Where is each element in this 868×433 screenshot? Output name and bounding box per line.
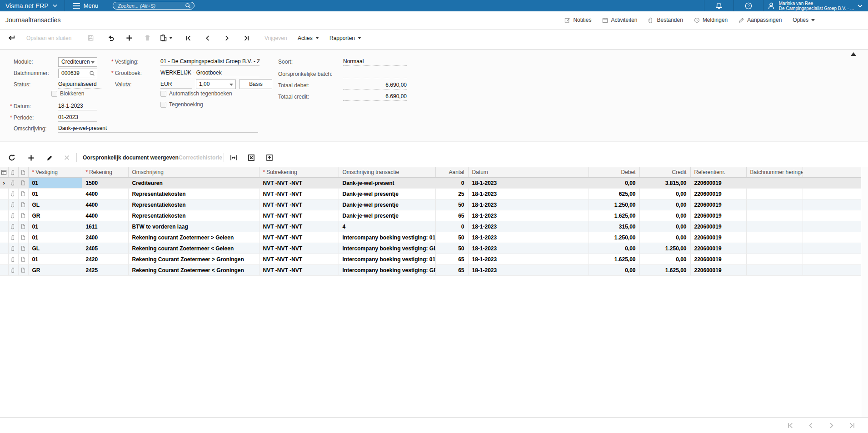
- cell-subrekening[interactable]: NVT -NVT -NVT: [259, 221, 339, 232]
- row-document-icon-cell[interactable]: [18, 265, 28, 276]
- cell-aantal[interactable]: 65: [435, 210, 468, 221]
- cell-vestiging[interactable]: GR: [28, 265, 82, 276]
- cell-debet[interactable]: 0,00: [589, 243, 639, 254]
- valuta-currency-field[interactable]: EUR: [160, 80, 192, 89]
- omschrijving-field[interactable]: Dank-je-wel-present: [58, 124, 258, 133]
- cell-aantal[interactable]: 50: [435, 232, 468, 243]
- cell-credit[interactable]: 0,00: [639, 232, 690, 243]
- cell-omschrijving[interactable]: Representatiekosten: [128, 210, 259, 221]
- correction-history-button[interactable]: Correctiehistorie: [179, 150, 222, 165]
- basis-button[interactable]: Basis: [239, 79, 272, 89]
- cell-omschrijving[interactable]: Rekening Courant Zoetermeer < Groningen: [128, 265, 259, 276]
- row-document-icon-cell[interactable]: [18, 221, 28, 232]
- cell-datum[interactable]: 18-1-2023: [468, 221, 589, 232]
- column-header-omschrijving[interactable]: Omschrijving: [128, 167, 259, 178]
- row-paperclip-icon-cell[interactable]: [8, 199, 18, 210]
- cell-rekening[interactable]: 4400: [82, 189, 128, 199]
- cell-rekening[interactable]: 2425: [82, 265, 128, 276]
- row-selector-cell[interactable]: [0, 265, 8, 276]
- nav-next-button[interactable]: [224, 30, 230, 46]
- row-paperclip-icon-cell[interactable]: [8, 210, 18, 221]
- cell-omschrijving[interactable]: Rekening courant Zoetermeer < Geleen: [128, 243, 259, 254]
- paste-menu-button[interactable]: [160, 30, 173, 46]
- cell-subrekening[interactable]: NVT -NVT -NVT: [259, 232, 339, 243]
- menu-button[interactable]: Menu: [65, 0, 107, 11]
- vertical-scrollbar[interactable]: [861, 167, 868, 417]
- table-row[interactable]: GL2405Rekening courant Zoetermeer < Gele…: [0, 243, 861, 254]
- reports-menu[interactable]: Rapporten: [329, 30, 361, 46]
- row-paperclip-icon-cell[interactable]: [8, 254, 18, 265]
- cell-batchnummer_heringedeeld[interactable]: [746, 243, 803, 254]
- cell-credit[interactable]: 1.250,00: [639, 243, 690, 254]
- cell-aantal[interactable]: 0: [435, 178, 468, 189]
- delete-button[interactable]: [144, 30, 151, 46]
- show-original-document-button[interactable]: Oorspronkelijk document weergeven: [83, 150, 179, 165]
- cell-aantal[interactable]: 50: [435, 243, 468, 254]
- fit-width-button[interactable]: [230, 150, 237, 165]
- cell-datum[interactable]: 18-1-2023: [468, 189, 589, 199]
- cell-credit[interactable]: 0,00: [639, 199, 690, 210]
- cell-debet[interactable]: 1.250,00: [589, 199, 639, 210]
- cell-omschrijving_transactie[interactable]: Dank-je-wel presentje: [339, 199, 435, 210]
- cell-debet[interactable]: 625,00: [589, 189, 639, 199]
- cell-batchnummer_heringedeeld[interactable]: [746, 265, 803, 276]
- row-document-icon-cell[interactable]: [18, 199, 28, 210]
- cell-referentienr[interactable]: 220600019: [690, 189, 746, 199]
- cell-batchnummer_heringedeeld[interactable]: [746, 210, 803, 221]
- pager-first-button[interactable]: [787, 422, 794, 429]
- cell-omschrijving[interactable]: BTW te vorderen laag: [128, 221, 259, 232]
- cell-batchnummer_heringedeeld[interactable]: [746, 199, 803, 210]
- collapse-icon[interactable]: [851, 52, 856, 56]
- column-header-rekening[interactable]: *Rekening: [82, 167, 128, 178]
- table-row[interactable]: 012400Rekening courant Zoetermeer > Gele…: [0, 232, 861, 243]
- add-button[interactable]: [126, 30, 133, 46]
- valuta-rate-select[interactable]: 1,00: [196, 80, 236, 89]
- cell-subrekening[interactable]: NVT -NVT -NVT: [259, 210, 339, 221]
- cell-debet[interactable]: 1.625,00: [589, 254, 639, 265]
- user-menu[interactable]: Marinka van Ree De Campingspecialist Gro…: [763, 0, 868, 11]
- column-header-omschrijving_transactie[interactable]: Omschrijving transactie: [339, 167, 435, 178]
- blokkeren-checkbox[interactable]: [51, 91, 57, 97]
- release-button[interactable]: Vrijgeven: [264, 30, 287, 46]
- edit-row-button[interactable]: [46, 150, 53, 165]
- cell-debet[interactable]: 0,00: [589, 265, 639, 276]
- cell-datum[interactable]: 18-1-2023: [468, 254, 589, 265]
- cell-rekening[interactable]: 1611: [82, 221, 128, 232]
- module-select[interactable]: Crediteuren: [58, 57, 97, 67]
- cell-referentienr[interactable]: 220600019: [690, 232, 746, 243]
- cell-vestiging[interactable]: 01: [28, 178, 82, 189]
- column-header-vestiging[interactable]: *Vestiging: [28, 167, 82, 178]
- cell-omschrijving_transactie[interactable]: Intercompany boeking vestiging: 01: [339, 232, 435, 243]
- app-switcher[interactable]: Visma.net ERP: [0, 0, 65, 11]
- periode-field[interactable]: 01-2023: [58, 113, 97, 122]
- cell-rekening[interactable]: 4400: [82, 199, 128, 210]
- row-document-icon-cell[interactable]: [18, 210, 28, 221]
- automatisch-tegenboeken-checkbox[interactable]: [160, 91, 166, 97]
- row-document-icon-cell[interactable]: [18, 232, 28, 243]
- cell-subrekening[interactable]: NVT -NVT -NVT: [259, 189, 339, 199]
- cell-omschrijving_transactie[interactable]: Intercompany boeking vestiging: 01: [339, 254, 435, 265]
- row-paperclip-icon-cell[interactable]: [8, 243, 18, 254]
- row-selector-cell[interactable]: [0, 221, 8, 232]
- table-row[interactable]: GL4400RepresentatiekostenNVT -NVT -NVTDa…: [0, 199, 861, 210]
- tegenboeking-checkbox[interactable]: [160, 102, 166, 108]
- row-paperclip-icon-cell[interactable]: [8, 265, 18, 276]
- cell-datum[interactable]: 18-1-2023: [468, 243, 589, 254]
- cell-vestiging[interactable]: 01: [28, 221, 82, 232]
- datum-field[interactable]: 18-1-2023: [58, 102, 97, 110]
- save-button[interactable]: [87, 30, 94, 46]
- cell-credit[interactable]: 0,00: [639, 189, 690, 199]
- column-header-credit[interactable]: Credit: [639, 167, 690, 178]
- column-header-document-icon[interactable]: [18, 167, 28, 178]
- column-header-referentienr[interactable]: Referentienr.: [690, 167, 746, 178]
- cell-aantal[interactable]: 0: [435, 221, 468, 232]
- cell-subrekening[interactable]: NVT -NVT -NVT: [259, 178, 339, 189]
- cell-vestiging[interactable]: GL: [28, 199, 82, 210]
- cell-rekening[interactable]: 1500: [82, 178, 128, 189]
- options-menu[interactable]: Opties: [793, 17, 815, 23]
- cell-omschrijving_transactie[interactable]: 4: [339, 221, 435, 232]
- lookup-icon[interactable]: [89, 70, 95, 76]
- cell-omschrijving[interactable]: Crediteuren: [128, 178, 259, 189]
- row-selector-cell[interactable]: ›: [0, 178, 8, 189]
- cell-omschrijving_transactie[interactable]: Intercompany boeking vestiging: GL: [339, 243, 435, 254]
